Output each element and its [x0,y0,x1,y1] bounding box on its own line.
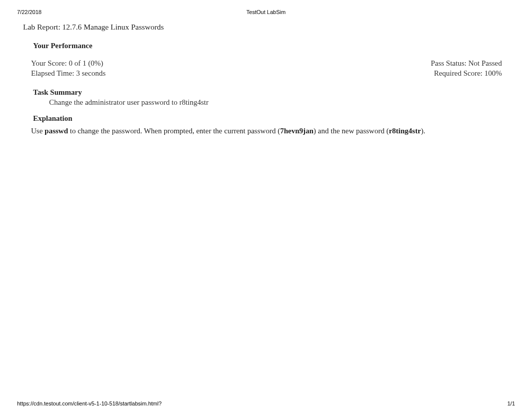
pass-status: Pass Status: Not Passed [431,59,502,68]
explanation-mid1: to change the password. When prompted, e… [68,127,280,135]
performance-row-score: Your Score: 0 of 1 (0%) Pass Status: Not… [31,59,502,68]
footer-page: 1/1 [507,400,515,406]
elapsed-time: Elapsed Time: 3 seconds [31,69,106,78]
task-item: Change the administrator user password t… [49,98,208,107]
task-summary-heading: Task Summary [33,88,82,97]
explanation-pre: Use [31,127,45,135]
explanation-text: Use passwd to change the password. When … [31,127,425,135]
header-app-title: TestOut LabSim [17,9,515,15]
performance-heading: Your Performance [33,42,92,50]
required-score: Required Score: 100% [434,69,502,78]
explanation-heading: Explanation [33,114,72,123]
performance-row-time: Elapsed Time: 3 seconds Required Score: … [31,69,502,78]
footer-url: https://cdn.testout.com/client-v5-1-10-5… [17,400,162,406]
explanation-post: ). [421,127,425,135]
explanation-current-pw: 7hevn9jan [280,127,314,135]
your-score: Your Score: 0 of 1 (0%) [31,59,103,68]
explanation-cmd: passwd [45,127,68,135]
explanation-mid2: ) and the new password ( [314,127,389,135]
report-title: Lab Report: 12.7.6 Manage Linux Password… [23,23,164,32]
explanation-new-pw: r8ting4str [389,127,421,135]
